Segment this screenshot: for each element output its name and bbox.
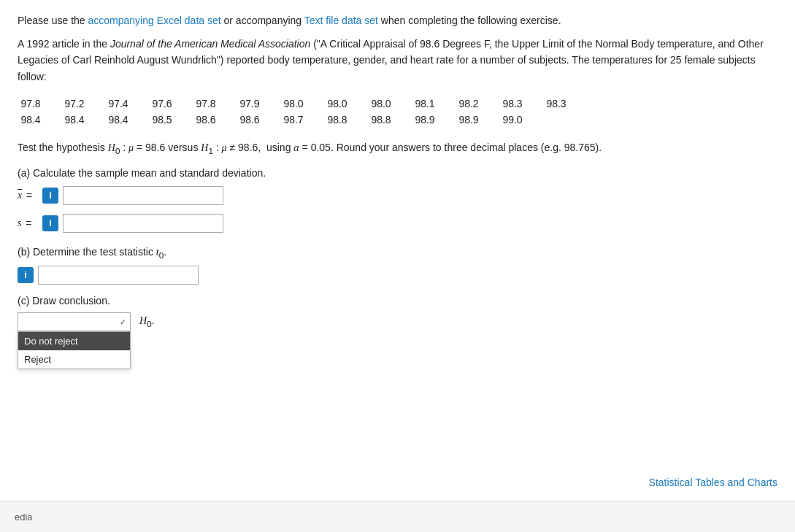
xbar-label: x =	[18, 190, 38, 201]
part-b-label: (b) Determine the test statistic t0.	[18, 246, 777, 260]
s-info-button[interactable]: i	[42, 215, 58, 231]
dropdown-popup: Do not reject Reject	[18, 331, 131, 369]
data-row-2: 98.4 98.4 98.4 98.5 98.6 98.6 98.7 98.8 …	[18, 114, 777, 126]
part-a-label: (a) Calculate the sample mean and standa…	[18, 167, 777, 179]
data-cell: 97.8	[193, 98, 219, 109]
data-cell: 97.2	[61, 98, 88, 109]
data-cell: 98.3	[499, 98, 526, 109]
data-cell: 98.4	[105, 114, 131, 126]
excel-link[interactable]: accompanying Excel data set	[88, 15, 221, 26]
article-paragraph: A 1992 article in the Journal of the Ame…	[18, 36, 777, 85]
data-cell: 98.0	[324, 98, 350, 109]
h0-text: H0.	[139, 315, 155, 328]
s-input[interactable]	[63, 214, 223, 233]
data-cell: 98.8	[368, 114, 394, 126]
part-c-label: (c) Draw conclusion.	[18, 295, 777, 307]
stat-tables-link[interactable]: Statistical Tables and Charts	[649, 477, 777, 488]
data-table: 97.8 97.2 97.4 97.6 97.8 97.9 98.0 98.0 …	[18, 98, 777, 126]
dropdown-item-do-not-reject[interactable]: Do not reject	[18, 332, 130, 350]
data-cell: 97.9	[237, 98, 263, 109]
data-cell: 98.4	[61, 114, 88, 126]
data-cell: 98.6	[237, 114, 263, 126]
data-cell: 98.9	[412, 114, 438, 126]
data-cell: 98.2	[456, 98, 482, 109]
intro-middle: or accompanying	[224, 15, 304, 26]
data-cell: 99.0	[499, 114, 526, 126]
s-row: s = i	[18, 214, 777, 233]
s-label: s =	[18, 217, 38, 229]
xbar-row: x = i	[18, 186, 777, 205]
t0-info-button[interactable]: i	[18, 267, 34, 283]
dropdown-item-reject[interactable]: Reject	[18, 350, 130, 369]
xbar-info-button[interactable]: i	[42, 188, 58, 204]
data-cell: 98.3	[543, 98, 569, 109]
conclusion-select[interactable]: Do not reject Reject	[18, 312, 131, 331]
data-row-1: 97.8 97.2 97.4 97.6 97.8 97.9 98.0 98.0 …	[18, 98, 777, 109]
bottom-bar: edia	[0, 501, 795, 532]
main-content: Please use the accompanying Excel data s…	[0, 0, 795, 331]
text-file-link[interactable]: Text file data set	[304, 15, 378, 26]
intro-prefix: Please use the	[18, 15, 88, 26]
footer-area: Statistical Tables and Charts edia	[0, 470, 795, 532]
hypothesis-paragraph: Test the hypothesis H0 : μ = 98.6 versus…	[18, 139, 777, 158]
data-cell: 97.6	[149, 98, 175, 109]
data-cell: 97.4	[105, 98, 131, 109]
conclusion-row: Do not reject Reject ✓ Do not reject Rej…	[18, 312, 777, 331]
data-cell: 98.0	[280, 98, 307, 109]
data-cell: 98.0	[368, 98, 394, 109]
edia-text: edia	[15, 512, 33, 523]
t0-input[interactable]	[38, 266, 199, 285]
data-cell: 98.7	[280, 114, 307, 126]
data-cell: 98.5	[149, 114, 175, 126]
data-cell: 98.8	[324, 114, 350, 126]
test-stat-row: i	[18, 266, 777, 285]
data-cell: 98.1	[412, 98, 438, 109]
data-cell: 98.9	[456, 114, 482, 126]
data-cell: 98.6	[193, 114, 219, 126]
intro-suffix: when completing the following exercise.	[381, 15, 561, 26]
data-cell: 98.4	[18, 114, 44, 126]
intro-paragraph: Please use the accompanying Excel data s…	[18, 13, 777, 28]
xbar-input[interactable]	[63, 186, 223, 205]
conclusion-select-wrapper[interactable]: Do not reject Reject ✓ Do not reject Rej…	[18, 312, 131, 331]
data-cell: 97.8	[18, 98, 44, 109]
